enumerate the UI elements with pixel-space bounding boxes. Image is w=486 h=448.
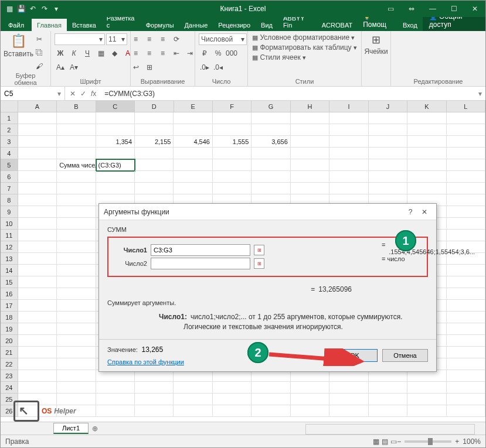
cell[interactable] [57,183,96,194]
decrease-font-icon[interactable]: A▾ [68,61,80,73]
qat-more-icon[interactable]: ▾ [51,4,62,14]
add-sheet-icon[interactable]: ⊕ [89,425,101,433]
cell[interactable] [369,405,407,417]
range-select-icon[interactable]: ⊞ [254,245,264,255]
cell[interactable] [369,382,407,394]
cut-icon[interactable]: ✂ [33,33,45,45]
row-header[interactable]: 7 [1,183,18,194]
cell[interactable] [369,136,407,148]
comma-icon[interactable]: 000 [226,47,237,59]
minimize-icon[interactable]: — [422,1,443,17]
ribbon-display-icon[interactable]: ▭ [380,1,401,17]
cell[interactable]: 1,555 [213,136,252,148]
tab-acrobat[interactable]: ACROBAT [317,19,358,31]
cell[interactable] [18,124,57,136]
enter-formula-icon[interactable]: ✓ [80,90,86,98]
cell[interactable] [18,183,57,194]
cell[interactable] [407,183,446,194]
cell[interactable] [447,159,485,171]
cell[interactable] [329,124,368,136]
cell-styles-button[interactable]: ▦ Стили ячеек ▾ [252,53,305,61]
cell[interactable] [57,148,96,159]
cell[interactable] [291,382,329,394]
cell[interactable] [252,382,290,394]
cell[interactable] [252,394,290,405]
cell[interactable] [447,370,485,382]
cell[interactable] [18,265,57,276]
cell[interactable] [291,136,329,148]
cell[interactable] [57,323,96,335]
zoom-out-icon[interactable]: − [397,437,401,446]
cell[interactable] [252,171,290,183]
cell[interactable] [447,323,485,335]
cells-button[interactable]: ⊞Ячейки [364,33,389,56]
cell[interactable] [57,370,96,382]
bold-icon[interactable]: Ж [55,47,66,59]
cell[interactable] [18,171,57,183]
cell[interactable] [57,124,96,136]
cell[interactable] [135,405,174,417]
align-center-icon[interactable]: ≡ [144,47,155,59]
cell[interactable] [447,183,485,194]
underline-icon[interactable]: Ч [81,47,93,59]
cell[interactable] [447,394,485,405]
cell[interactable] [407,112,446,124]
cell[interactable] [369,112,407,124]
arg2-input[interactable] [151,258,250,269]
fx-icon[interactable]: fx [91,90,96,98]
row-header[interactable]: 5 [1,159,18,171]
row-header[interactable]: 11 [1,230,18,241]
cell[interactable] [407,370,446,382]
cell[interactable] [407,394,446,405]
row-header[interactable]: 24 [1,382,18,394]
cell[interactable] [252,405,290,417]
cell[interactable] [407,124,446,136]
cell[interactable] [329,183,368,194]
cell[interactable] [18,288,57,300]
cell[interactable] [96,394,135,405]
cell[interactable] [57,218,96,230]
row-header[interactable]: 20 [1,335,18,347]
cell[interactable] [447,206,485,218]
border-icon[interactable]: ▦ [95,47,107,59]
cell[interactable] [329,394,368,405]
cell[interactable] [213,405,252,417]
tab-file[interactable]: Файл [1,19,32,31]
percent-icon[interactable]: % [212,47,224,59]
cell[interactable] [291,171,329,183]
cell[interactable] [174,148,212,159]
row-header[interactable]: 8 [1,194,18,206]
cell[interactable] [291,183,329,194]
dialog-help-icon[interactable]: ? [403,208,417,216]
cell[interactable] [18,194,57,206]
cell[interactable] [174,159,212,171]
align-top-icon[interactable]: ≡ [130,33,142,45]
cell[interactable] [96,112,135,124]
sheet-tab[interactable]: Лист1 [53,423,89,434]
cell[interactable] [447,382,485,394]
cell[interactable] [18,218,57,230]
row-header[interactable]: 2 [1,124,18,136]
col-header[interactable]: B [57,101,96,112]
cell[interactable] [57,265,96,276]
name-box[interactable]: C5▾ [1,87,65,100]
merge-icon[interactable]: ⊞ [144,61,155,73]
cell[interactable] [18,136,57,148]
cell[interactable] [447,312,485,323]
view-normal-icon[interactable]: ▦ [373,437,379,446]
range-select-icon[interactable]: ⊞ [254,258,264,269]
cancel-button[interactable]: Отмена [382,349,428,362]
cell[interactable] [329,136,368,148]
tab-data[interactable]: Данные [179,19,213,31]
paste-button[interactable]: 📋 Вставить [6,33,31,58]
cell[interactable] [96,382,135,394]
cell[interactable] [135,382,174,394]
row-header[interactable]: 21 [1,347,18,358]
cell[interactable] [174,382,212,394]
cell[interactable] [447,148,485,159]
cell[interactable] [447,112,485,124]
cell[interactable] [96,148,135,159]
cell[interactable] [447,405,485,417]
view-break-icon[interactable]: ▭ [390,437,397,446]
wrap-icon[interactable]: ↩ [130,61,142,73]
